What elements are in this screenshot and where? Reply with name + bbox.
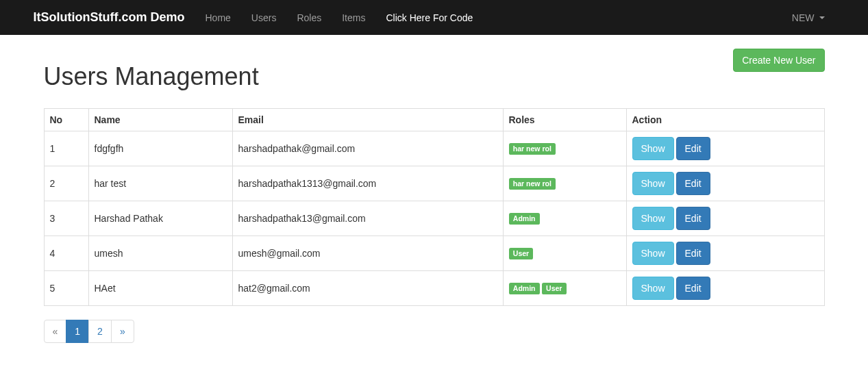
cell-name: umesh <box>88 236 232 271</box>
role-badge: har new rol <box>509 143 556 155</box>
chevron-down-icon <box>819 16 825 19</box>
cell-action: ShowEdit <box>626 131 824 166</box>
new-dropdown[interactable]: NEW <box>782 2 835 34</box>
role-badge: User <box>542 283 567 294</box>
cell-action: ShowEdit <box>626 236 824 271</box>
cell-name: Harshad Pathak <box>88 201 232 236</box>
show-button[interactable]: Show <box>632 137 674 160</box>
pagination-next[interactable]: » <box>111 320 134 343</box>
new-dropdown-label: NEW <box>792 12 815 23</box>
table-row: 5HAethat2@gmail.comAdminUserShowEdit <box>44 271 824 306</box>
cell-roles: har new rol <box>503 166 626 201</box>
cell-roles: AdminUser <box>503 271 626 306</box>
cell-roles: User <box>503 236 626 271</box>
table-header-roles: Roles <box>503 109 626 131</box>
cell-action: ShowEdit <box>626 201 824 236</box>
edit-button[interactable]: Edit <box>676 277 710 300</box>
cell-email: hat2@gmail.com <box>232 271 503 306</box>
role-badge: har new rol <box>509 178 556 190</box>
cell-action: ShowEdit <box>626 166 824 201</box>
show-button[interactable]: Show <box>632 242 674 265</box>
show-button[interactable]: Show <box>632 207 674 230</box>
cell-roles: har new rol <box>503 131 626 166</box>
table-row: 3Harshad Pathakharshadpathak13@gmail.com… <box>44 201 824 236</box>
page-title: Users Management <box>44 62 259 91</box>
table-row: 4umeshumesh@gmail.comUserShowEdit <box>44 236 824 271</box>
edit-button[interactable]: Edit <box>676 172 710 195</box>
table-header-no: No <box>44 109 88 131</box>
cell-no: 4 <box>44 236 88 271</box>
edit-button[interactable]: Edit <box>676 242 710 265</box>
navbar-brand[interactable]: ItSolutionStuff.com Demo <box>34 0 195 35</box>
cell-name: HAet <box>88 271 232 306</box>
cell-no: 1 <box>44 131 88 166</box>
cell-email: umesh@gmail.com <box>232 236 503 271</box>
pagination-prev: « <box>44 320 67 343</box>
pagination-page-2[interactable]: 2 <box>88 320 112 343</box>
cell-action: ShowEdit <box>626 271 824 306</box>
table-header-email: Email <box>232 109 503 131</box>
table-header-name: Name <box>88 109 232 131</box>
pagination-page-1[interactable]: 1 <box>66 320 89 343</box>
cell-no: 2 <box>44 166 88 201</box>
nav-list: Home Users Roles Items Click Here For Co… <box>195 12 483 23</box>
cell-no: 5 <box>44 271 88 306</box>
navbar: ItSolutionStuff.com Demo Home Users Role… <box>0 0 868 35</box>
cell-email: harshadpathak13@gmail.com <box>232 201 503 236</box>
show-button[interactable]: Show <box>632 172 674 195</box>
role-badge: Admin <box>509 213 540 225</box>
cell-email: harshadpathak1313@gmail.com <box>232 166 503 201</box>
table-header-row: No Name Email Roles Action <box>44 109 824 131</box>
nav-item-roles[interactable]: Roles <box>286 2 332 34</box>
cell-roles: Admin <box>503 201 626 236</box>
nav-item-home[interactable]: Home <box>195 2 240 34</box>
show-button[interactable]: Show <box>632 277 674 300</box>
edit-button[interactable]: Edit <box>676 207 710 230</box>
table-row: 2har testharshadpathak1313@gmail.comhar … <box>44 166 824 201</box>
cell-name: fdgfgfh <box>88 131 232 166</box>
edit-button[interactable]: Edit <box>676 137 710 160</box>
cell-email: harshadpathak@gmail.com <box>232 131 503 166</box>
nav-item-users[interactable]: Users <box>241 2 287 34</box>
cell-name: har test <box>88 166 232 201</box>
role-badge: Admin <box>509 283 540 294</box>
nav-item-code[interactable]: Click Here For Code <box>375 2 483 34</box>
table-header-action: Action <box>626 109 824 131</box>
cell-no: 3 <box>44 201 88 236</box>
pagination: « 1 2 » <box>44 320 825 343</box>
nav-item-items[interactable]: Items <box>332 2 375 34</box>
create-new-user-button[interactable]: Create New User <box>733 49 824 72</box>
users-table: No Name Email Roles Action 1fdgfgfhharsh… <box>44 108 825 306</box>
table-row: 1fdgfgfhharshadpathak@gmail.comhar new r… <box>44 131 824 166</box>
role-badge: User <box>509 248 534 259</box>
